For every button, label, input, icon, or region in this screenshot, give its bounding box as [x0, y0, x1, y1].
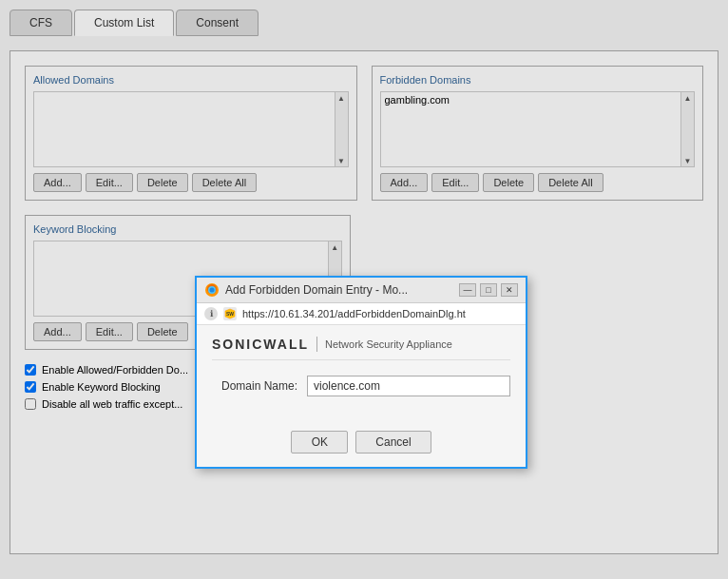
main-window: CFS Custom List Consent Allowed Domains … — [0, 0, 728, 579]
domain-name-input[interactable] — [307, 376, 510, 396]
modal-url-text: https://10.61.34.201/addForbiddenDomainD… — [242, 308, 466, 319]
domain-name-label: Domain Name: — [212, 379, 297, 393]
info-icon: ℹ — [204, 307, 218, 320]
svg-point-2 — [210, 288, 215, 293]
sonicwall-divider — [316, 337, 317, 352]
modal-titlebar: Add Forbidden Domain Entry - Mo... — □ ✕ — [197, 278, 526, 303]
sonicwall-header: SONICWALL Network Security Appliance — [212, 337, 510, 360]
sonicwall-badge-icon: SW — [223, 307, 237, 320]
modal-title-left: Add Forbidden Domain Entry - Mo... — [204, 282, 408, 298]
modal-maximize-button[interactable]: □ — [480, 283, 497, 297]
modal-controls: — □ ✕ — [459, 283, 518, 297]
sonicwall-logo: SONICWALL — [212, 337, 309, 352]
modal-close-button[interactable]: ✕ — [501, 283, 518, 297]
modal-body: SONICWALL Network Security Appliance Dom… — [197, 325, 526, 423]
modal-footer: OK Cancel — [197, 423, 526, 467]
modal-dialog: Add Forbidden Domain Entry - Mo... — □ ✕… — [195, 276, 527, 469]
svg-text:SW: SW — [226, 311, 234, 317]
modal-title-text: Add Forbidden Domain Entry - Mo... — [225, 283, 408, 297]
firefox-icon — [204, 282, 220, 298]
modal-ok-button[interactable]: OK — [291, 431, 348, 454]
modal-minimize-button[interactable]: — — [459, 283, 476, 297]
modal-addressbar: ℹ SW https://10.61.34.201/addForbiddenDo… — [197, 303, 526, 325]
sonicwall-subtitle: Network Security Appliance — [325, 338, 452, 350]
form-row: Domain Name: — [212, 376, 510, 396]
modal-cancel-button[interactable]: Cancel — [355, 431, 431, 454]
